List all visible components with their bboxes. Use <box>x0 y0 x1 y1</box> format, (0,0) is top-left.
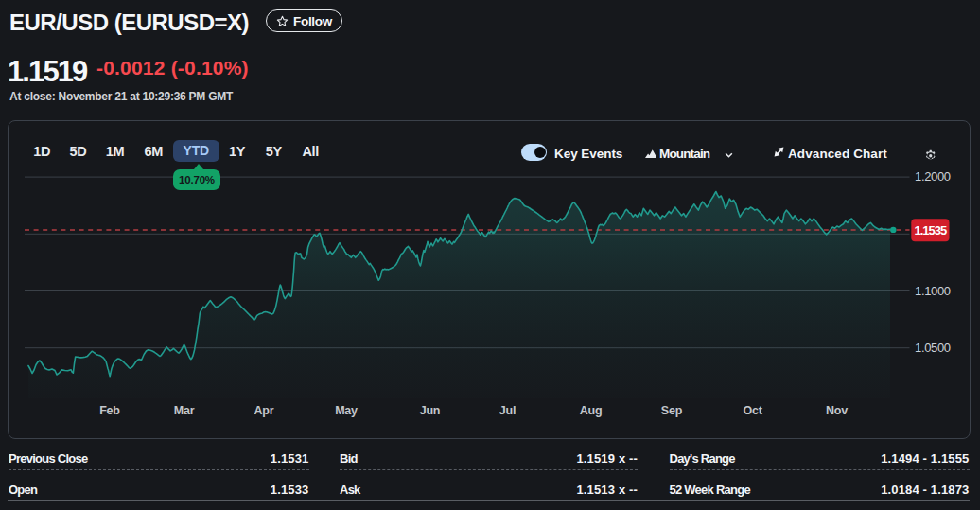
svg-text:Jul: Jul <box>499 404 516 417</box>
svg-text:Mar: Mar <box>174 404 195 417</box>
svg-text:Aug: Aug <box>580 404 603 417</box>
svg-text:1.1000: 1.1000 <box>915 284 951 298</box>
svg-text:Oct: Oct <box>743 404 762 417</box>
svg-text:Nov: Nov <box>826 404 848 417</box>
svg-text:Sep: Sep <box>661 404 683 417</box>
svg-text:Jun: Jun <box>420 404 441 417</box>
svg-text:1.0500: 1.0500 <box>915 341 951 355</box>
svg-text:1.1535: 1.1535 <box>915 223 948 237</box>
svg-text:May: May <box>335 404 358 417</box>
svg-text:Feb: Feb <box>99 404 120 417</box>
svg-text:Apr: Apr <box>254 404 274 417</box>
svg-text:1.2000: 1.2000 <box>915 169 951 184</box>
